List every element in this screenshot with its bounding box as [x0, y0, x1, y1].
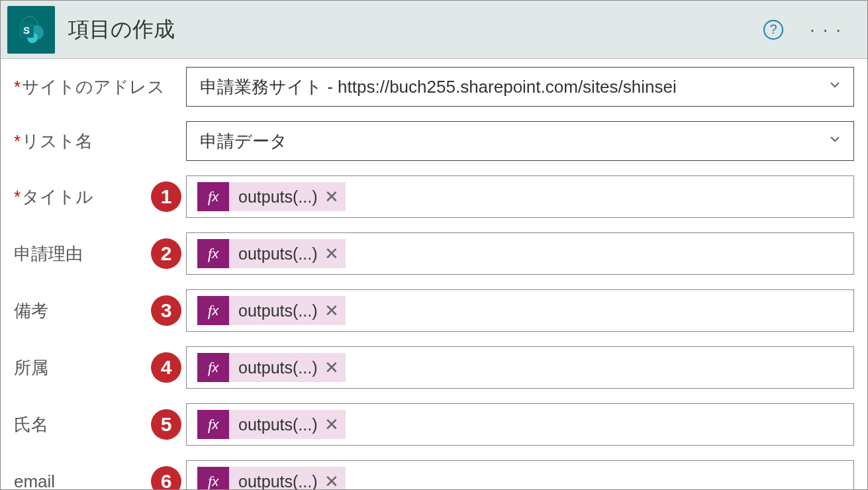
row-dept: 所属 4 fx outputs(...) ✕ [14, 346, 854, 389]
svg-text:S: S [23, 24, 30, 36]
expression-token: outputs(...) ✕ [229, 467, 346, 490]
expression-token: outputs(...) ✕ [229, 296, 346, 325]
fx-icon: fx [197, 410, 229, 439]
annotation-marker-2: 2 [151, 238, 181, 269]
remove-token-icon[interactable]: ✕ [324, 187, 339, 207]
fx-icon: fx [197, 296, 229, 325]
fx-icon: fx [197, 353, 229, 382]
token-text: outputs(...) [238, 244, 318, 264]
expression-token: outputs(...) ✕ [229, 410, 346, 439]
more-icon[interactable]: · · · [810, 19, 842, 40]
label-site-address: サイトのアドレス [14, 75, 186, 99]
remarks-field[interactable]: fx outputs(...) ✕ [186, 289, 854, 332]
remove-token-icon[interactable]: ✕ [324, 358, 339, 378]
help-icon[interactable]: ? [763, 20, 783, 40]
row-email: email 6 fx outputs(...) ✕ [14, 460, 854, 490]
remove-token-icon[interactable]: ✕ [324, 244, 339, 264]
token-text: outputs(...) [238, 187, 318, 207]
label-name: 氏名 [14, 413, 146, 436]
token-text: outputs(...) [238, 472, 318, 491]
label-dept: 所属 [14, 356, 146, 379]
row-title: タイトル 1 fx outputs(...) ✕ [14, 175, 854, 218]
name-field[interactable]: fx outputs(...) ✕ [186, 403, 854, 446]
annotation-marker-1: 1 [151, 181, 181, 212]
row-name: 氏名 5 fx outputs(...) ✕ [14, 403, 854, 446]
expression-token: outputs(...) ✕ [229, 182, 346, 211]
title-field[interactable]: fx outputs(...) ✕ [186, 175, 854, 218]
sharepoint-icon: S [7, 6, 55, 54]
site-address-value: 申請業務サイト - https://buch255.sharepoint.com… [200, 75, 822, 99]
fx-icon: fx [197, 182, 229, 211]
fx-icon: fx [197, 239, 229, 268]
annotation-marker-4: 4 [151, 352, 181, 383]
email-field[interactable]: fx outputs(...) ✕ [186, 460, 854, 490]
remove-token-icon[interactable]: ✕ [324, 301, 339, 321]
sharepoint-logo-svg: S [15, 14, 47, 46]
list-name-value: 申請データ [200, 130, 822, 153]
dept-field[interactable]: fx outputs(...) ✕ [186, 346, 854, 389]
action-body: サイトのアドレス 申請業務サイト - https://buch255.share… [1, 59, 867, 490]
expression-token: outputs(...) ✕ [229, 353, 346, 382]
annotation-marker-5: 5 [151, 409, 181, 440]
remove-token-icon[interactable]: ✕ [324, 471, 339, 491]
expression-token: outputs(...) ✕ [229, 239, 346, 268]
row-list-name: リスト名 申請データ [14, 121, 854, 161]
list-name-select[interactable]: 申請データ [186, 121, 854, 161]
action-header: S 項目の作成 ? · · · [1, 1, 867, 59]
action-title: 項目の作成 [68, 15, 763, 44]
token-text: outputs(...) [238, 358, 318, 377]
annotation-marker-3: 3 [151, 295, 181, 326]
remove-token-icon[interactable]: ✕ [324, 415, 339, 435]
label-email: email [14, 471, 146, 491]
fx-icon: fx [197, 467, 229, 490]
label-title: タイトル [14, 185, 146, 209]
label-list-name: リスト名 [14, 130, 186, 153]
row-site-address: サイトのアドレス 申請業務サイト - https://buch255.share… [14, 67, 854, 107]
reason-field[interactable]: fx outputs(...) ✕ [186, 232, 854, 275]
label-reason: 申請理由 [14, 242, 146, 266]
annotation-marker-6: 6 [151, 466, 181, 490]
chevron-down-icon [822, 77, 848, 97]
chevron-down-icon [822, 131, 848, 152]
label-remarks: 備考 [14, 299, 146, 322]
site-address-select[interactable]: 申請業務サイト - https://buch255.sharepoint.com… [186, 67, 854, 107]
token-text: outputs(...) [238, 415, 318, 434]
row-reason: 申請理由 2 fx outputs(...) ✕ [14, 232, 854, 275]
row-remarks: 備考 3 fx outputs(...) ✕ [14, 289, 854, 332]
token-text: outputs(...) [238, 301, 318, 320]
